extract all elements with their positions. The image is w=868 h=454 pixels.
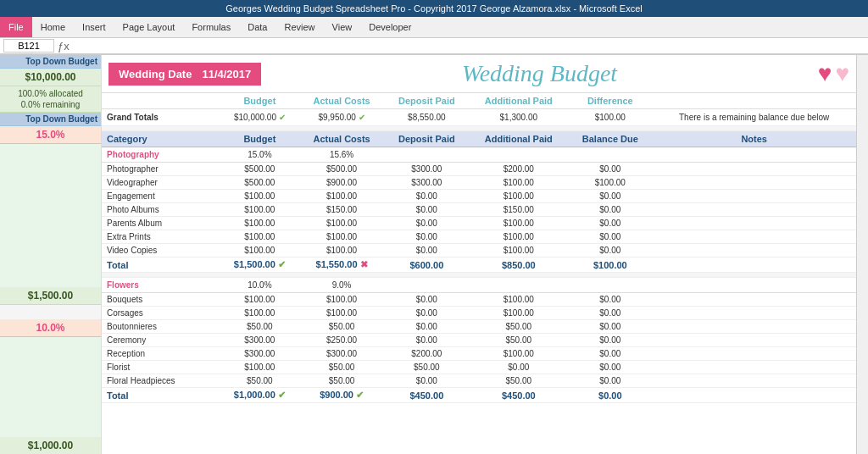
main-container: Top Down Budget $10,000.00 100.0% alloca… [0, 55, 868, 454]
name-box[interactable] [3, 39, 54, 53]
formula-bar-row: ƒx [0, 37, 868, 54]
flowers-label: Flowers [102, 278, 220, 293]
photography-label: Photography [102, 147, 220, 163]
cat-header-actual: Actual Costs [299, 131, 385, 147]
header-area: Wedding Date 11/4/2017 Wedding Budget ♥ … [102, 55, 856, 93]
grand-totals-row: Grand Totals $10,000.00 ✔ $9,950.00 ✔ $8… [102, 109, 856, 126]
grand-totals-header-row: Budget Actual Costs Deposit Paid Additio… [102, 93, 856, 109]
col-header-category [102, 93, 220, 109]
table-row: Reception $300.00 $300.00 $200.00 $100.0… [102, 347, 856, 361]
tab-insert[interactable]: Insert [74, 17, 114, 37]
wedding-date-box: Wedding Date 11/4/2017 [108, 63, 261, 86]
cat-header-budget: Budget [220, 131, 299, 147]
tab-formulas[interactable]: Formulas [183, 17, 239, 37]
table-row: Corsages $100.00 $100.00 $0.00 $100.00 $… [102, 307, 856, 320]
gt-difference: $100.00 [568, 109, 652, 126]
formula-bar[interactable] [76, 40, 865, 52]
photography-actual-pct: 15.6% [299, 147, 385, 163]
gt-deposit: $8,550.00 [384, 109, 469, 126]
hearts-area: ♥ ♥ [818, 60, 849, 87]
ribbon: File Home Insert Page Layout Formulas Da… [0, 17, 868, 55]
cat-header-category: Category [102, 131, 220, 147]
sidebar-allocated: 100.0% allocated 0.0% remaining [0, 86, 101, 113]
sidebar-photography-total: $1,500.00 [0, 287, 101, 305]
table-row: Video Copies $100.00 $100.00 $0.00 $100.… [102, 244, 856, 257]
cat-header-balance: Balance Due [568, 131, 652, 147]
title-bar: Georges Wedding Budget Spreadsheet Pro -… [0, 0, 868, 17]
tab-home[interactable]: Home [32, 17, 74, 37]
wedding-date-value: 11/4/2017 [202, 68, 251, 80]
table-row: Florist $100.00 $50.00 $50.00 $0.00 $0.0… [102, 361, 856, 374]
cat-header-notes: Notes [652, 131, 856, 147]
tab-file[interactable]: File [0, 17, 32, 37]
wedding-title: Wedding Budget [261, 60, 817, 87]
scrollbar[interactable] [856, 55, 868, 454]
sidebar-photography-pct: 15.0% [0, 126, 101, 144]
flowers-budget-pct: 10.0% [220, 278, 299, 293]
heart-light-icon: ♥ [835, 60, 849, 87]
cat-header-additional: Additional Paid [469, 131, 568, 147]
category-header-row: Category Budget Actual Costs Deposit Pai… [102, 131, 856, 147]
table-row: Extra Prints $100.00 $100.00 $0.00 $100.… [102, 230, 856, 244]
gt-budget-check: ✔ [279, 113, 286, 122]
table-row: Videographer $500.00 $900.00 $300.00 $10… [102, 176, 856, 190]
col-header-additional: Additional Paid [469, 93, 568, 109]
col-header-budget: Budget [220, 93, 299, 109]
col-header-notes [652, 93, 856, 109]
table-row: Ceremony $300.00 $250.00 $0.00 $50.00 $0… [102, 334, 856, 347]
photography-total-row: Total $1,500.00 ✔ $1,550.00 ✖ $600.00 $8… [102, 257, 856, 273]
tab-page-layout[interactable]: Page Layout [114, 17, 184, 37]
flowers-category-row: Flowers 10.0% 9.0% [102, 278, 856, 293]
gt-actual-check: ✔ [359, 113, 365, 122]
spreadsheet-area: Wedding Date 11/4/2017 Wedding Budget ♥ … [102, 55, 856, 454]
photography-category-row: Photography 15.0% 15.6% [102, 147, 856, 163]
table-row: Photographer $500.00 $500.00 $300.00 $20… [102, 163, 856, 176]
formula-icon: ƒx [58, 40, 70, 53]
wedding-date-label: Wedding Date [119, 68, 192, 80]
heart-pink-icon: ♥ [818, 60, 832, 87]
gt-actual: $9,950.00 ✔ [299, 109, 385, 126]
table-row: Photo Albums $100.00 $150.00 $0.00 $150.… [102, 203, 856, 217]
gt-note: There is a remaining balance due below [652, 109, 856, 126]
flowers-total-row: Total $1,000.00 ✔ $900.00 ✔ $450.00 $450… [102, 388, 856, 403]
table-row: Floral Headpieces $50.00 $50.00 $0.00 $5… [102, 374, 856, 388]
grand-totals-label: Grand Totals [102, 109, 220, 126]
main-table: Budget Actual Costs Deposit Paid Additio… [102, 93, 856, 403]
sidebar-budget-value: $10,000.00 [0, 69, 101, 86]
ribbon-tabs: File Home Insert Page Layout Formulas Da… [0, 17, 868, 37]
gt-additional: $1,300.00 [469, 109, 568, 126]
tab-review[interactable]: Review [275, 17, 323, 37]
col-header-actual: Actual Costs [299, 93, 385, 109]
sidebar-top-down-label: Top Down Budget [0, 55, 101, 69]
col-header-deposit: Deposit Paid [384, 93, 469, 109]
table-row: Boutonnieres $50.00 $50.00 $0.00 $50.00 … [102, 320, 856, 334]
tab-data[interactable]: Data [239, 17, 275, 37]
table-row: Engagement $100.00 $100.00 $0.00 $100.00… [102, 190, 856, 203]
sidebar: Top Down Budget $10,000.00 100.0% alloca… [0, 55, 102, 454]
tab-developer[interactable]: Developer [360, 17, 420, 37]
gt-budget: $10,000.00 ✔ [220, 109, 299, 126]
flowers-actual-pct: 9.0% [299, 278, 385, 293]
sidebar-flowers-pct: 10.0% [0, 319, 101, 337]
sidebar-top-down-label2: Top Down Budget [0, 113, 101, 126]
cat-header-deposit: Deposit Paid [384, 131, 469, 147]
tab-view[interactable]: View [324, 17, 361, 37]
content-area: Budget Actual Costs Deposit Paid Additio… [102, 93, 856, 403]
table-row: Bouquets $100.00 $100.00 $0.00 $100.00 $… [102, 293, 856, 307]
photography-budget-pct: 15.0% [220, 147, 299, 163]
sidebar-flowers-total: $1,000.00 [0, 437, 101, 454]
title-bar-text: Georges Wedding Budget Spreadsheet Pro -… [225, 3, 642, 14]
table-row: Parents Album $100.00 $100.00 $0.00 $100… [102, 217, 856, 230]
col-header-diff: Difference [568, 93, 652, 109]
